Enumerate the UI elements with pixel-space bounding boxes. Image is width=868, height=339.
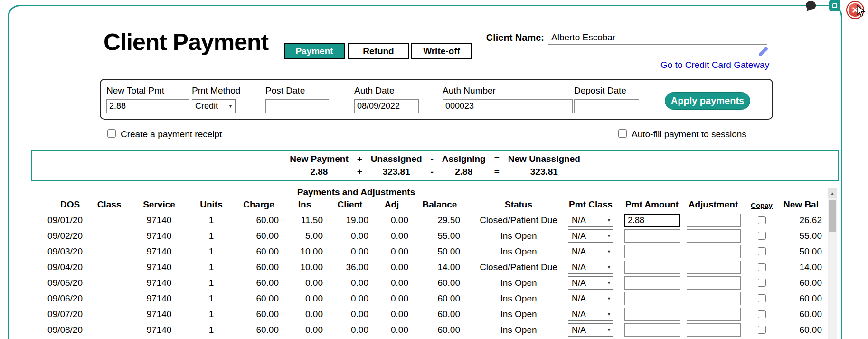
adjustment-input[interactable] xyxy=(687,261,741,274)
chevron-down-icon: ▼ xyxy=(607,281,611,285)
chevron-down-icon: ▼ xyxy=(607,296,611,301)
table-row: 09/03/2097140160.0010.000.000.0050.00Ins… xyxy=(0,244,868,260)
adjustment-input[interactable] xyxy=(687,245,741,258)
col-header-status: Status xyxy=(476,199,561,210)
pmt-class-value: N/A xyxy=(572,294,586,304)
pmt-amount-input[interactable] xyxy=(624,323,680,337)
col-header-charge: Charge xyxy=(239,199,279,210)
copay-checkbox[interactable] xyxy=(758,326,766,334)
cell-status: Ins Open xyxy=(476,246,561,257)
adjustment-input[interactable] xyxy=(687,214,741,227)
pmt-class-value: N/A xyxy=(572,231,586,241)
scroll-thumb[interactable] xyxy=(829,200,836,232)
cell-ins: 0.00 xyxy=(286,325,323,335)
chevron-down-icon: ▼ xyxy=(607,249,611,254)
copay-checkbox[interactable] xyxy=(758,263,766,271)
cell-adj: 0.00 xyxy=(375,215,408,226)
pmt-amount-input[interactable] xyxy=(624,292,680,305)
col-header-pmt_amount: Pmt Amount xyxy=(621,199,683,210)
cell-ins: 10.00 xyxy=(286,262,323,273)
copay-checkbox[interactable] xyxy=(758,294,766,302)
adjustment-input[interactable] xyxy=(687,323,741,337)
cell-client: 0.00 xyxy=(331,325,368,335)
cell-new_bal: 60.00 xyxy=(780,309,822,320)
cell-balance: 60.00 xyxy=(419,293,460,304)
col-header-balance: Balance xyxy=(419,199,460,210)
cell-dos: 09/06/20 xyxy=(47,293,93,304)
pmt-amount-input[interactable] xyxy=(624,214,680,227)
cell-new_bal: 26.62 xyxy=(780,215,822,226)
col-header-copay: Copay xyxy=(745,201,779,209)
cell-ins: 0.00 xyxy=(286,309,323,320)
cell-charge: 60.00 xyxy=(239,278,279,288)
cell-units: 1 xyxy=(194,278,229,288)
cell-new_bal: 14.00 xyxy=(780,262,822,273)
copay-checkbox[interactable] xyxy=(758,232,766,240)
cell-balance: 50.00 xyxy=(419,246,460,257)
cell-client: 0.00 xyxy=(331,309,368,320)
pmt-class-value: N/A xyxy=(572,263,586,273)
cell-ins: 5.00 xyxy=(286,231,323,241)
cell-charge: 60.00 xyxy=(239,262,279,273)
pmt-class-select[interactable]: N/A▼ xyxy=(568,323,613,337)
cell-units: 1 xyxy=(194,325,229,335)
cell-charge: 60.00 xyxy=(239,246,279,257)
pmt-class-select[interactable]: N/A▼ xyxy=(568,214,613,227)
cell-balance: 60.00 xyxy=(419,278,460,288)
pmt-amount-input[interactable] xyxy=(624,276,680,290)
pmt-amount-input[interactable] xyxy=(624,245,680,258)
cell-dos: 09/04/20 xyxy=(47,262,93,273)
cell-units: 1 xyxy=(194,215,229,226)
cell-adj: 0.00 xyxy=(375,278,408,288)
chevron-down-icon: ▼ xyxy=(607,312,611,317)
cell-new_bal: 60.00 xyxy=(780,325,822,335)
table-row: 09/06/2097140160.000.000.000.0060.00Ins … xyxy=(0,291,868,307)
table-row: 09/07/2097140160.000.000.000.0060.00Ins … xyxy=(0,307,868,322)
pmt-class-select[interactable]: N/A▼ xyxy=(568,276,613,290)
table-row: 09/04/2097140160.0010.0036.000.0014.00Cl… xyxy=(0,260,868,275)
pmt-class-value: N/A xyxy=(572,278,586,288)
cell-new_bal: 60.00 xyxy=(780,293,822,304)
pmt-amount-input[interactable] xyxy=(624,308,680,321)
col-header-dos: DOS xyxy=(47,199,93,210)
table-row: 09/02/2097140160.005.000.000.0055.00Ins … xyxy=(0,228,868,244)
col-header-pmt_class: Pmt Class xyxy=(567,199,614,210)
cell-status: Closed/Patient Due xyxy=(476,262,561,273)
pmt-class-value: N/A xyxy=(572,247,586,257)
client-payment-screen: ✕ Client Payment Payment Refund Write-of… xyxy=(0,0,868,339)
cell-adj: 0.00 xyxy=(375,246,408,257)
pmt-class-select[interactable]: N/A▼ xyxy=(568,229,613,243)
cell-service: 97140 xyxy=(142,262,177,273)
pmt-class-select[interactable]: N/A▼ xyxy=(568,245,613,258)
copay-checkbox[interactable] xyxy=(758,247,766,255)
cell-units: 1 xyxy=(194,293,229,304)
col-header-service: Service xyxy=(142,199,177,210)
pmt-amount-input[interactable] xyxy=(624,261,680,274)
cell-status: Ins Open xyxy=(476,278,561,288)
cell-charge: 60.00 xyxy=(239,309,279,320)
cell-client: 0.00 xyxy=(331,246,368,257)
adjustment-input[interactable] xyxy=(687,292,741,305)
cell-dos: 09/01/20 xyxy=(47,215,93,226)
cell-charge: 60.00 xyxy=(239,293,279,304)
pmt-class-select[interactable]: N/A▼ xyxy=(568,292,613,305)
cell-units: 1 xyxy=(194,246,229,257)
pmt-class-select[interactable]: N/A▼ xyxy=(568,308,613,321)
table-row: 09/01/2097140160.0011.5019.000.0029.50Cl… xyxy=(0,213,868,228)
copay-checkbox[interactable] xyxy=(758,216,766,224)
adjustment-input[interactable] xyxy=(687,308,741,321)
cell-adj: 0.00 xyxy=(375,309,408,320)
cell-ins: 0.00 xyxy=(286,293,323,304)
copay-checkbox[interactable] xyxy=(758,279,766,287)
pmt-amount-input[interactable] xyxy=(624,229,680,243)
adjustment-input[interactable] xyxy=(687,229,741,243)
adjustment-input[interactable] xyxy=(687,276,741,290)
copay-checkbox[interactable] xyxy=(758,310,766,318)
scroll-up-arrow[interactable]: ▲ xyxy=(828,188,837,198)
cell-status: Ins Open xyxy=(476,309,561,320)
table-scrollbar[interactable]: ▲ xyxy=(828,188,837,339)
cell-balance: 60.00 xyxy=(419,325,460,335)
pmt-class-select[interactable]: N/A▼ xyxy=(568,261,613,274)
cell-dos: 09/02/20 xyxy=(47,231,93,241)
col-header-client: Client xyxy=(331,199,368,210)
